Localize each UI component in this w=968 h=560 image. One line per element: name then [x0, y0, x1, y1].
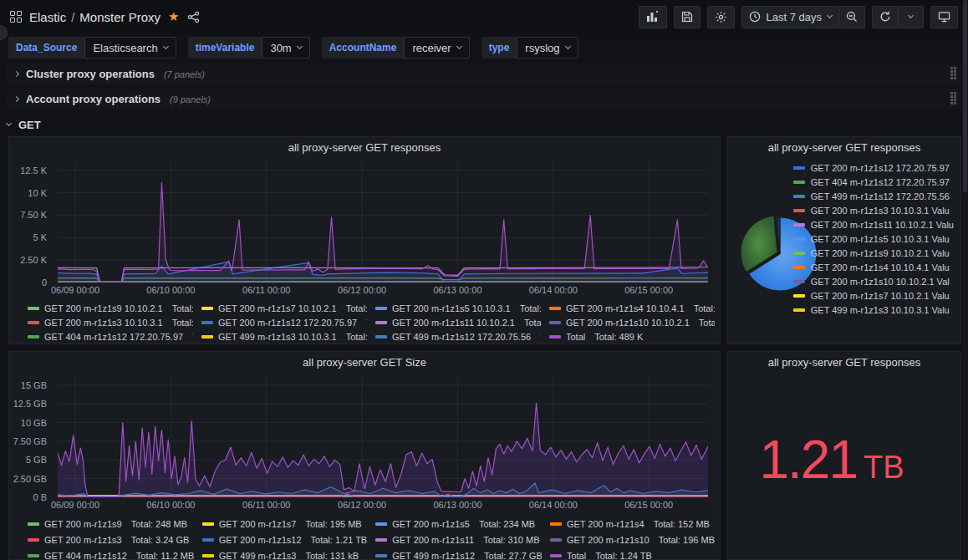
star-icon[interactable]: ★	[168, 9, 179, 24]
legend-label[interactable]: GET 200 m-r1z1s10 10.10.2.1	[566, 318, 690, 328]
legend-item[interactable]: GET 200 m-r1z1s12Total: 1.21 TB	[202, 535, 368, 545]
variable-value-dropdown[interactable]: 30m	[262, 37, 309, 59]
legend-item[interactable]: GET 404 m-r1z1s12 172.20.75.97	[793, 177, 954, 187]
legend-item[interactable]: GET 200 m-r1z1s4 10.10.4.1Total: 582	[549, 303, 715, 313]
dashboard-settings-button[interactable]	[707, 6, 735, 28]
legend-item[interactable]: GET 200 m-r1z1s9 10.10.2.1 Valu	[793, 248, 954, 258]
variable-value-dropdown[interactable]: receiver	[404, 37, 469, 59]
legend-item[interactable]: GET 200 m-r1z1s5Total: 234 MB	[375, 519, 542, 529]
breadcrumb-dashboard[interactable]: Monster Proxy	[79, 10, 160, 24]
panel-title[interactable]: all proxy-server GET responses	[728, 352, 960, 374]
panel-title[interactable]: all proxy-server GET responses	[728, 137, 960, 159]
legend-item[interactable]: GET 200 m-r1z1s3 10.10.3.1Total: 1.38 K	[28, 318, 193, 328]
legend-item[interactable]: GET 200 m-r1z1s12 172.20.75.97	[793, 163, 954, 173]
legend-label[interactable]: GET 200 m-r1z1s9 10.10.2.1 Valu	[811, 248, 950, 258]
legend-label[interactable]: GET 404 m-r1z1s12 172.20.75.97	[811, 177, 950, 187]
legend-item[interactable]: GET 499 m-r1z1s12 172.20.75.56	[793, 191, 954, 201]
legend-item[interactable]: GET 499 m-r1z1s3Total: 131 kB	[202, 551, 368, 560]
legend-item[interactable]: GET 200 m-r1z1s3Total: 3.24 GB	[28, 535, 194, 545]
legend-item[interactable]: GET 200 m-r1z1s7Total: 195 MB	[202, 519, 368, 529]
legend-label[interactable]: GET 200 m-r1z1s7 10.10.2.1 Valu	[811, 291, 950, 301]
legend-label[interactable]: GET 200 m-r1z1s12 172.20.75.97	[811, 163, 950, 173]
legend-label[interactable]: GET 200 m-r1z1s11 10.10.2.1	[392, 318, 515, 328]
legend-label[interactable]: GET 200 m-r1z1s3	[44, 535, 122, 545]
chart-plot-area[interactable]	[58, 162, 708, 283]
legend-label[interactable]: GET 499 m-r1z1s12 172.20.75.56	[811, 191, 950, 201]
scrollbar-thumb[interactable]	[963, 0, 967, 192]
legend-item[interactable]: TotalTotal: 489 K	[549, 332, 715, 342]
legend-item[interactable]: GET 499 m-r1z1s12Total: 27.7 GB	[375, 551, 542, 560]
time-series-chart[interactable]	[58, 162, 708, 283]
legend-item[interactable]: GET 499 m-r1z1s3 10.10.3.1 Valu	[793, 305, 954, 315]
legend-label[interactable]: GET 200 m-r1z1s4 10.10.4.1	[566, 303, 685, 313]
legend-item[interactable]: GET 200 m-r1z1s3 10.10.3.1 Valu	[793, 206, 954, 216]
legend-item[interactable]: GET 200 m-r1z1s9Total: 248 MB	[28, 519, 194, 529]
legend-label[interactable]: GET 200 m-r1z1s3 10.10.3.1	[44, 318, 163, 328]
legend-label[interactable]: GET 200 m-r1z1s9 10.10.2.1	[44, 303, 163, 313]
legend-label[interactable]: GET 499 m-r1z1s3 10.10.3.1	[218, 332, 337, 342]
add-panel-button[interactable]	[639, 6, 667, 28]
zoom-out-time-button[interactable]	[839, 6, 865, 28]
legend-item[interactable]: GET 200 m-r1z1s10Total: 196 MB	[550, 535, 715, 545]
legend-label[interactable]: Total	[566, 332, 585, 342]
row-drag-handle[interactable]	[950, 92, 956, 104]
legend-label[interactable]: GET 200 m-r1z1s12 172.20.75.97	[218, 318, 357, 328]
time-series-chart[interactable]	[58, 377, 708, 497]
legend-item[interactable]: GET 200 m-r1z1s4Total: 152 MB	[550, 519, 715, 529]
legend-item[interactable]: GET 200 m-r1z1s10 10.10.2.1Total: 579	[549, 318, 715, 328]
legend-label[interactable]: GET 200 m-r1z1s9	[44, 519, 122, 529]
legend-label[interactable]: GET 499 m-r1z1s12 172.20.75.56	[392, 332, 531, 342]
legend-label[interactable]: GET 200 m-r1z1s11 10.10.2.1 Valu	[811, 220, 954, 230]
legend-item[interactable]: GET 200 m-r1z1s11 10.10.2.1 Valu	[793, 220, 954, 230]
legend-item[interactable]: GET 200 m-r1z1s11 10.10.2.1Total: 588	[375, 318, 541, 328]
time-range-picker[interactable]: Last 7 days	[741, 6, 840, 28]
legend-item[interactable]: GET 200 m-r1z1s10 10.10.2.1 Val	[793, 277, 954, 287]
legend-label[interactable]: GET 200 m-r1z1s4	[567, 519, 644, 529]
page-scrollbar[interactable]	[962, 0, 968, 560]
row-get[interactable]: GET	[7, 114, 961, 135]
legend-item[interactable]: GET 200 m-r1z1s7 10.10.2.1 Valu	[793, 291, 954, 301]
row-cluster-proxy-operations[interactable]: Cluster proxy operations (7 panels)	[7, 64, 961, 84]
legend-label[interactable]: GET 200 m-r1z1s3 10.10.3.1 Valu	[811, 206, 950, 216]
legend-label[interactable]: GET 200 m-r1z1s5	[392, 519, 470, 529]
row-drag-handle[interactable]	[950, 67, 956, 79]
legend-item[interactable]: GET 499 m-r1z1s12 172.20.75.56Total: 1.4…	[375, 332, 541, 342]
refresh-interval-dropdown[interactable]	[899, 6, 924, 28]
chart-plot-area[interactable]	[58, 377, 708, 497]
panel-title[interactable]: all proxy-server GET responses	[9, 137, 720, 159]
breadcrumb-app[interactable]: Elastic	[29, 10, 66, 24]
row-account-proxy-operations[interactable]: Account proxy operations (9 panels)	[7, 89, 961, 109]
legend-item[interactable]: GET 200 m-r1z1s5 10.10.3.1 Valu	[793, 234, 954, 244]
save-dashboard-button[interactable]	[674, 6, 701, 28]
variable-value-dropdown[interactable]: rsyslog	[517, 37, 578, 59]
legend-label[interactable]: GET 200 m-r1z1s12	[219, 535, 302, 545]
legend-label[interactable]: GET 200 m-r1z1s4 10.10.4.1 Valu	[811, 262, 950, 272]
legend-item[interactable]: GET 200 m-r1z1s9 10.10.2.1Total: 583	[28, 303, 193, 313]
legend-label[interactable]: GET 200 m-r1z1s11	[392, 535, 474, 545]
legend-item[interactable]: GET 200 m-r1z1s4 10.10.4.1 Valu	[793, 262, 954, 272]
legend-item[interactable]: GET 200 m-r1z1s5 10.10.3.1Total: 584	[375, 303, 541, 313]
legend-label[interactable]: GET 404 m-r1z1s12 172.20.75.97	[44, 332, 183, 342]
legend-item[interactable]: GET 200 m-r1z1s7 10.10.2.1Total: 577	[201, 303, 367, 313]
legend-label[interactable]: GET 499 m-r1z1s3 10.10.3.1 Valu	[811, 305, 950, 315]
legend-label[interactable]: GET 200 m-r1z1s10	[567, 535, 650, 545]
legend-item[interactable]: GET 404 m-r1z1s12Total: 11.2 MB	[28, 551, 194, 560]
legend-item[interactable]: GET 200 m-r1z1s12 172.20.75.97Total: 323…	[201, 318, 367, 328]
legend-label[interactable]: GET 200 m-r1z1s5 10.10.3.1	[392, 303, 511, 313]
breadcrumb[interactable]: Elastic / Monster Proxy	[29, 10, 160, 24]
legend-label[interactable]: GET 200 m-r1z1s7 10.10.2.1	[218, 303, 337, 313]
legend-label[interactable]: GET 404 m-r1z1s12	[44, 551, 127, 560]
dashboards-grid-icon[interactable]	[10, 11, 22, 23]
legend-label[interactable]: GET 200 m-r1z1s10 10.10.2.1 Val	[811, 277, 950, 287]
legend-label[interactable]: Total	[567, 551, 586, 560]
legend-label[interactable]: GET 200 m-r1z1s5 10.10.3.1 Valu	[811, 234, 950, 244]
legend-item[interactable]: GET 200 m-r1z1s11Total: 310 MB	[375, 535, 542, 545]
legend-item[interactable]: GET 499 m-r1z1s3 10.10.3.1Total: 1	[201, 332, 367, 342]
panel-title[interactable]: all proxy-server GET Size	[9, 352, 720, 374]
legend-item[interactable]: TotalTotal: 1.24 TB	[550, 551, 715, 560]
legend-label[interactable]: GET 499 m-r1z1s3	[219, 551, 297, 560]
legend-label[interactable]: GET 200 m-r1z1s7	[219, 519, 297, 529]
variable-value-dropdown[interactable]: Elasticsearch	[84, 37, 176, 59]
legend-label[interactable]: GET 499 m-r1z1s12	[392, 551, 475, 560]
share-icon[interactable]	[187, 11, 200, 23]
